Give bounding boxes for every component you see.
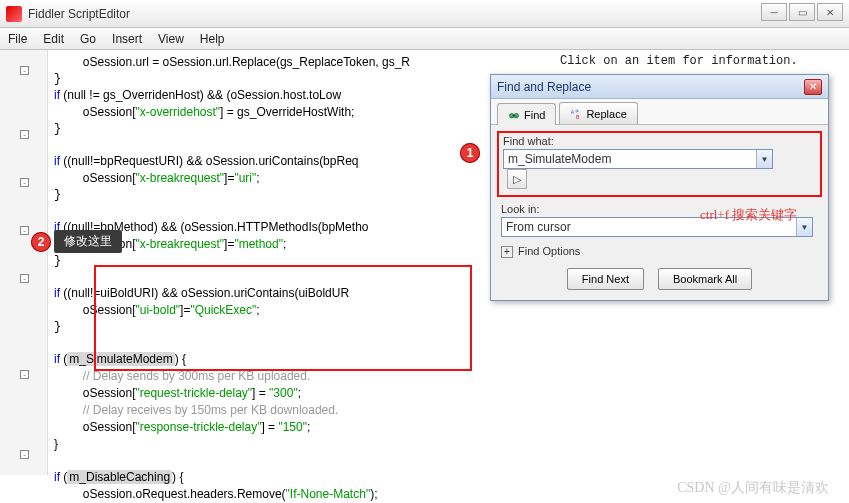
- menubar: File Edit Go Insert View Help: [0, 28, 849, 50]
- code-string: "uri": [234, 171, 256, 185]
- code-string: "x-breakrequest": [136, 171, 225, 185]
- code-text: ;: [307, 420, 310, 434]
- find-replace-dialog: Find and Replace ✕ Find AB Replace Find …: [490, 74, 829, 301]
- code-text: ) {: [172, 470, 183, 484]
- fold-toggle-icon[interactable]: -: [20, 450, 29, 459]
- code-text: ] = gs_OverrideHostWith;: [220, 105, 354, 119]
- maximize-button[interactable]: ▭: [789, 3, 815, 21]
- window-title: Fiddler ScriptEditor: [28, 7, 130, 21]
- code-text: oSession[: [83, 171, 136, 185]
- expand-icon[interactable]: +: [501, 246, 513, 258]
- code-text: oSession[: [83, 303, 136, 317]
- svg-rect-2: [513, 115, 516, 117]
- svg-text:A: A: [571, 109, 575, 115]
- code-string: "request-trickle-delay": [136, 386, 253, 400]
- annotation-badge-1: 1: [460, 143, 480, 163]
- find-what-value: m_SimulateModem: [508, 152, 611, 166]
- tab-replace[interactable]: AB Replace: [559, 102, 637, 124]
- svg-text:B: B: [576, 113, 580, 119]
- fold-toggle-icon[interactable]: -: [20, 226, 29, 235]
- code-text: ;: [256, 171, 259, 185]
- code-text: oSession[: [83, 105, 136, 119]
- bookmark-all-button[interactable]: Bookmark All: [658, 268, 752, 290]
- close-button[interactable]: ✕: [817, 3, 843, 21]
- fold-toggle-icon[interactable]: -: [20, 130, 29, 139]
- code-text: ]=: [224, 171, 234, 185]
- code-text: }: [54, 437, 58, 451]
- tab-find-label: Find: [524, 109, 545, 121]
- annotation-box-findwhat: Find what: m_SimulateModem ▼ ▷: [497, 131, 822, 197]
- fold-toggle-icon[interactable]: -: [20, 66, 29, 75]
- dropdown-arrow-icon[interactable]: ▼: [796, 218, 812, 236]
- annotation-modify-here: 修改这里: [54, 230, 122, 253]
- binoculars-icon: [508, 109, 520, 121]
- find-buttons: Find Next Bookmark All: [501, 268, 818, 290]
- watermark: CSDN @人间有味是清欢: [677, 479, 829, 497]
- look-in-value: From cursor: [506, 220, 571, 234]
- code-text: ((null!=bpRequestURI) && oSession.uriCon…: [60, 154, 358, 168]
- code-string: "method": [234, 237, 283, 251]
- find-tabs: Find AB Replace: [491, 99, 828, 125]
- code-text: );: [370, 487, 377, 501]
- code-text: (null != gs_OverridenHost) && (oSession.…: [60, 88, 341, 102]
- menu-view[interactable]: View: [158, 32, 184, 46]
- code-text: ) {: [175, 352, 186, 366]
- code-text: ] =: [252, 386, 269, 400]
- code-text: ((null!=uiBoldURI) && oSession.uriContai…: [60, 286, 349, 300]
- dropdown-arrow-icon[interactable]: ▼: [756, 150, 772, 168]
- replace-icon: AB: [570, 108, 582, 120]
- code-comment: // Delay sends by 300ms per KB uploaded.: [83, 369, 310, 383]
- code-string: "x-overridehost": [136, 105, 221, 119]
- code-text: oSession[: [83, 386, 136, 400]
- code-ident: m_DisableCaching: [67, 470, 172, 484]
- app-logo-icon: [6, 6, 22, 22]
- find-next-button[interactable]: Find Next: [567, 268, 644, 290]
- code-string: "x-breakrequest": [136, 237, 225, 251]
- code-text: oSession[: [83, 420, 136, 434]
- menu-file[interactable]: File: [8, 32, 27, 46]
- tab-find[interactable]: Find: [497, 103, 556, 125]
- menu-edit[interactable]: Edit: [43, 32, 64, 46]
- find-what-label: Find what:: [503, 135, 816, 147]
- annotation-badge-2: 2: [31, 232, 51, 252]
- find-close-button[interactable]: ✕: [804, 79, 822, 95]
- code-highlight: m_SimulateModem: [67, 352, 174, 366]
- annotation-ctrlf: ctrl+f 搜索关键字: [700, 206, 797, 224]
- code-string: "If-None-Match": [286, 487, 371, 501]
- code-text: ;: [283, 237, 286, 251]
- fold-gutter: - - - - - - -: [0, 50, 48, 475]
- tab-replace-label: Replace: [586, 108, 626, 120]
- find-dialog-titlebar[interactable]: Find and Replace ✕: [491, 75, 828, 99]
- menu-go[interactable]: Go: [80, 32, 96, 46]
- find-what-input[interactable]: m_SimulateModem ▼: [503, 149, 773, 169]
- code-string: "QuickExec": [190, 303, 256, 317]
- fold-toggle-icon[interactable]: -: [20, 178, 29, 187]
- find-options-label: Find Options: [518, 245, 580, 257]
- code-string: "ui-bold": [136, 303, 181, 317]
- find-go-button[interactable]: ▷: [507, 169, 527, 189]
- code-text: ;: [256, 303, 259, 317]
- code-text: ;: [298, 386, 301, 400]
- code-text: oSession.url = oSession.url.Replace(gs_R…: [83, 55, 410, 69]
- find-dialog-title: Find and Replace: [497, 80, 591, 94]
- code-text: ]=: [180, 303, 190, 317]
- minimize-button[interactable]: ─: [761, 3, 787, 21]
- code-text: ] =: [261, 420, 278, 434]
- code-string: "150": [278, 420, 307, 434]
- menu-help[interactable]: Help: [200, 32, 225, 46]
- code-comment: // Delay receives by 150ms per KB downlo…: [83, 403, 338, 417]
- code-string: "response-trickle-delay": [136, 420, 262, 434]
- fold-toggle-icon[interactable]: -: [20, 370, 29, 379]
- code-text: oSession.oRequest.headers.Remove(: [83, 487, 286, 501]
- window-controls: ─ ▭ ✕: [761, 3, 843, 21]
- code-text: ]=: [224, 237, 234, 251]
- fold-toggle-icon[interactable]: -: [20, 274, 29, 283]
- menu-insert[interactable]: Insert: [112, 32, 142, 46]
- find-options-row[interactable]: +Find Options: [501, 245, 818, 258]
- titlebar: Fiddler ScriptEditor: [0, 0, 849, 28]
- code-string: "300": [269, 386, 298, 400]
